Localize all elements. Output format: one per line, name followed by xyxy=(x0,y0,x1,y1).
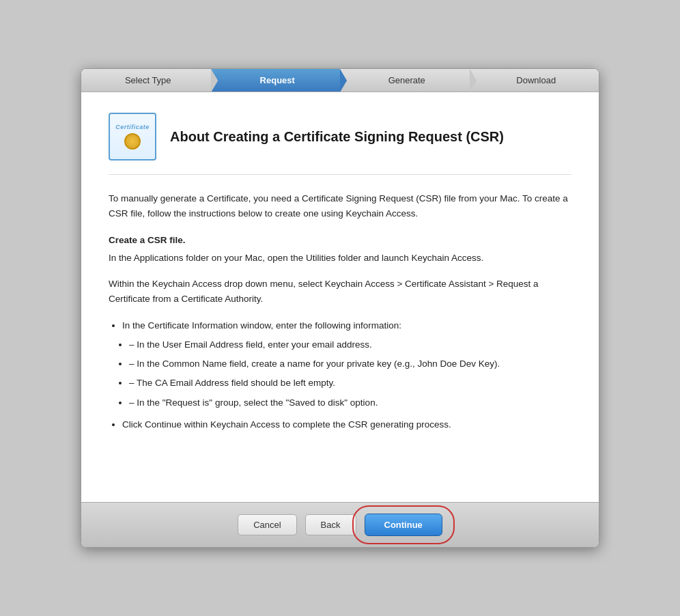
cancel-button[interactable]: Cancel xyxy=(238,514,296,535)
step-generate[interactable]: Generate xyxy=(340,69,470,92)
page-title: About Creating a Certificate Signing Req… xyxy=(170,129,504,145)
sub-bullet-list: In the User Email Address field, enter y… xyxy=(129,337,571,410)
certificate-icon: Certificate xyxy=(109,113,156,160)
bullet-item-1: In the Certificate Information window, e… xyxy=(122,318,571,410)
sub-bullet-3: The CA Email Address field should be lef… xyxy=(129,376,571,391)
bullet-item-2: Click Continue within Keychain Access to… xyxy=(122,417,571,432)
step-label: Request xyxy=(260,75,295,85)
back-button[interactable]: Back xyxy=(305,514,356,535)
cert-icon-seal xyxy=(124,133,141,150)
step-label: Select Type xyxy=(125,75,171,85)
continue-highlight: Continue xyxy=(365,514,442,536)
footer: Cancel Back Continue xyxy=(81,502,599,547)
sub-bullet-2: In the Common Name field, create a name … xyxy=(129,356,571,372)
section-line2: Within the Keychain Access drop down men… xyxy=(109,277,571,307)
cert-icon-text: Certificate xyxy=(115,124,150,130)
bullet-list: In the Certificate Information window, e… xyxy=(122,318,571,433)
wizard-window: Select Type Request Generate Download Ce… xyxy=(81,68,599,548)
step-request[interactable]: Request xyxy=(211,69,341,92)
intro-text: To manually generate a Certificate, you … xyxy=(109,191,571,222)
step-label: Download xyxy=(516,75,556,85)
section-line1: In the Applications folder on your Mac, … xyxy=(109,251,571,266)
step-label: Generate xyxy=(388,75,425,85)
sub-bullet-4: In the "Request is" group, select the "S… xyxy=(129,395,571,410)
step-bar: Select Type Request Generate Download xyxy=(81,69,599,92)
body-content: To manually generate a Certificate, you … xyxy=(109,191,571,432)
section-title: Create a CSR file. xyxy=(109,233,571,248)
main-content: Certificate About Creating a Certificate… xyxy=(81,92,599,502)
step-download[interactable]: Download xyxy=(470,69,599,92)
step-select-type[interactable]: Select Type xyxy=(81,69,211,92)
content-header: Certificate About Creating a Certificate… xyxy=(109,113,571,175)
sub-bullet-1: In the User Email Address field, enter y… xyxy=(129,337,571,352)
continue-button[interactable]: Continue xyxy=(365,514,442,536)
